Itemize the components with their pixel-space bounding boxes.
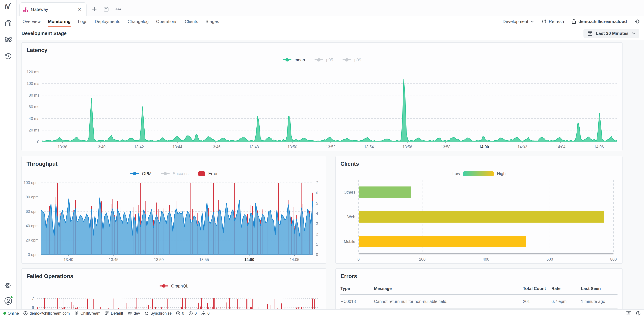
- clients-chart[interactable]: 0200400600800OthersWebMobile: [338, 177, 620, 263]
- svg-text:13:50: 13:50: [154, 258, 164, 262]
- calendar-icon: [588, 31, 592, 36]
- error-count[interactable]: 0: [176, 311, 184, 316]
- tab-monitoring[interactable]: Monitoring: [44, 16, 74, 27]
- tab-stages[interactable]: Stages: [202, 16, 223, 27]
- divider: [538, 19, 538, 24]
- error-last-seen: 1 minute ago: [581, 299, 618, 304]
- legend-item-mean[interactable]: mean: [283, 58, 305, 62]
- legend-item-p99[interactable]: p99: [342, 58, 361, 62]
- svg-text:6: 6: [316, 191, 318, 195]
- help-icon[interactable]: [636, 311, 641, 316]
- svg-text:0 opm: 0 opm: [28, 252, 38, 257]
- user-avatar[interactable]: [4, 296, 12, 305]
- more-tabs-icon[interactable]: [116, 8, 121, 10]
- tab-operations[interactable]: Operations: [152, 16, 181, 27]
- atom-icon: [128, 311, 132, 316]
- error-type: HC0018: [340, 299, 374, 304]
- svg-text:13:50: 13:50: [288, 145, 297, 149]
- p95-marker: [314, 59, 323, 60]
- errors-panel: Errors Type Message Total Count Rate Las…: [336, 268, 622, 309]
- page-title: Development Stage: [22, 31, 66, 36]
- tab-clients[interactable]: Clients: [181, 16, 202, 27]
- legend-item-opm[interactable]: OPM: [130, 171, 152, 176]
- tab-changelog[interactable]: Changelog: [124, 16, 152, 27]
- opm-marker: [130, 173, 139, 174]
- svg-text:0: 0: [37, 140, 39, 144]
- save-icon[interactable]: [104, 7, 109, 12]
- host-indicator[interactable]: demo.chillicream.cloud: [572, 19, 627, 24]
- svg-text:2: 2: [316, 232, 318, 236]
- latency-legend: mean p95 p99: [22, 53, 622, 63]
- organization[interactable]: ChilliCream: [74, 311, 100, 316]
- tab-deployments[interactable]: Deployments: [91, 16, 124, 27]
- history-icon[interactable]: [4, 52, 12, 60]
- svg-text:40 opm: 40 opm: [26, 224, 38, 228]
- svg-text:13:38: 13:38: [58, 145, 67, 149]
- time-range-selector[interactable]: Last 30 Minutes: [584, 29, 639, 38]
- synchronize-button[interactable]: Synchronize: [144, 311, 172, 316]
- tab-overview[interactable]: Overview: [19, 16, 44, 27]
- svg-text:13:40: 13:40: [96, 145, 106, 149]
- legend-item-graphql[interactable]: GraphQL: [160, 284, 188, 288]
- keyboard-shortcuts-icon[interactable]: [626, 311, 631, 315]
- documents-icon[interactable]: [4, 19, 12, 28]
- online-indicator[interactable]: Online: [3, 311, 19, 316]
- stage-selector[interactable]: Development: [502, 19, 534, 24]
- success-marker: [161, 173, 170, 174]
- svg-text:14:06: 14:06: [594, 145, 604, 149]
- environment[interactable]: dev: [128, 311, 140, 316]
- svg-text:4: 4: [316, 211, 318, 216]
- svg-text:200: 200: [419, 257, 426, 262]
- svg-text:20 opm: 20 opm: [26, 238, 38, 242]
- p99-marker: [342, 59, 351, 60]
- svg-text:40 ms: 40 ms: [29, 116, 39, 121]
- legend-item-error[interactable]: Error: [198, 171, 218, 176]
- clients-gradient-bar: [463, 172, 494, 176]
- signed-in-user[interactable]: demo@chillicream.com: [23, 311, 70, 316]
- tab-logs[interactable]: Logs: [74, 16, 91, 27]
- svg-text:7: 7: [316, 180, 318, 185]
- throughput-chart[interactable]: 100 opm80 opm60 opm40 opm20 opm0 opm7654…: [24, 177, 324, 263]
- lock-icon: [572, 19, 576, 24]
- legend-item-success[interactable]: Success: [161, 171, 188, 176]
- svg-text:600: 600: [546, 257, 553, 262]
- latency-chart[interactable]: 120 ms100 ms80 ms60 ms40 ms20 ms013:3813…: [24, 64, 620, 150]
- svg-text:Mobile: Mobile: [344, 239, 355, 244]
- refresh-button[interactable]: Refresh: [542, 19, 564, 24]
- clients-title: Clients: [336, 156, 622, 167]
- svg-text:80 ms: 80 ms: [29, 93, 39, 98]
- throughput-title: Throughput: [22, 156, 326, 167]
- divider: [568, 19, 568, 24]
- document-settings-gear-icon[interactable]: [634, 19, 640, 24]
- branch-icon: [105, 311, 109, 316]
- info-count[interactable]: 0: [188, 311, 197, 316]
- workspace[interactable]: Default: [105, 311, 123, 316]
- errors-table-header: Type Message Total Count Rate Last Seen: [340, 284, 618, 295]
- svg-text:13:42: 13:42: [134, 145, 144, 149]
- atom-icon[interactable]: [4, 35, 12, 44]
- svg-text:13:44: 13:44: [172, 145, 182, 149]
- warning-count[interactable]: 0: [201, 311, 210, 316]
- failed-operations-chart[interactable]: 76: [24, 290, 324, 309]
- svg-text:60 opm: 60 opm: [26, 209, 38, 214]
- close-tab-icon[interactable]: ✕: [76, 6, 83, 12]
- settings-gear-icon[interactable]: [4, 281, 12, 290]
- legend-item-p95[interactable]: p95: [314, 58, 333, 62]
- legend-gradient: Low High: [452, 171, 506, 176]
- svg-text:13:55: 13:55: [199, 258, 209, 262]
- sync-icon: [144, 311, 149, 316]
- errors-table: Type Message Total Count Rate Last Seen …: [340, 284, 618, 308]
- svg-text:5: 5: [316, 201, 318, 206]
- table-row[interactable]: HC0018 Cannot return null for non-nullab…: [340, 295, 618, 308]
- svg-text:0: 0: [316, 252, 318, 257]
- new-tab-icon[interactable]: [92, 7, 97, 12]
- circle-x-icon: [176, 311, 180, 316]
- tab-gateway[interactable]: Gateway ✕: [20, 2, 86, 16]
- warning-triangle-icon: [201, 311, 206, 316]
- online-dot-icon: [3, 312, 6, 315]
- nitro-logo[interactable]: N: [4, 2, 12, 11]
- svg-text:N: N: [4, 2, 10, 10]
- svg-text:400: 400: [483, 257, 489, 262]
- left-sidebar: N: [0, 0, 17, 309]
- failed-operations-legend: GraphQL: [22, 280, 326, 289]
